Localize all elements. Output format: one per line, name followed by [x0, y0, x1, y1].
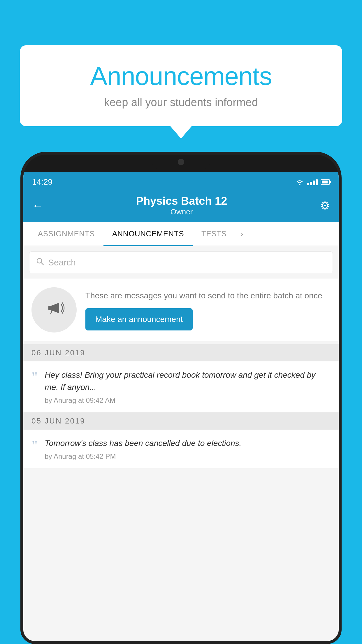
speech-bubble: Announcements keep all your students inf…	[20, 45, 342, 126]
promo-card: These are messages you want to send to t…	[23, 279, 339, 341]
app-header: ← Physics Batch 12 Owner ⚙	[23, 190, 339, 222]
back-button[interactable]: ←	[32, 200, 43, 212]
megaphone-icon	[43, 297, 65, 323]
settings-icon[interactable]: ⚙	[320, 199, 330, 212]
phone-camera	[178, 159, 184, 165]
header-title: Physics Batch 12 Owner	[136, 195, 227, 216]
promo-content: These are messages you want to send to t…	[85, 290, 331, 330]
announcement-item-2[interactable]: " Tomorrow's class has been cancelled du…	[23, 430, 339, 468]
phone-screen: 14:29	[23, 172, 339, 641]
tabs-bar: ASSIGNMENTS ANNOUNCEMENTS TESTS ›	[23, 222, 339, 246]
announcement-text-2: Tomorrow's class has been cancelled due …	[45, 437, 331, 449]
search-placeholder: Search	[48, 258, 76, 267]
quote-icon-1: "	[31, 370, 38, 385]
announcement-content-1: Hey class! Bring your practical record b…	[45, 369, 331, 405]
search-bar[interactable]: Search	[29, 251, 333, 273]
phone-mockup: 14:29	[20, 152, 342, 644]
svg-line-2	[41, 262, 43, 265]
promo-description: These are messages you want to send to t…	[85, 290, 331, 302]
wifi-icon	[295, 179, 304, 185]
tab-announcements[interactable]: ANNOUNCEMENTS	[103, 222, 193, 246]
svg-rect-3	[48, 306, 52, 310]
announcement-item-1[interactable]: " Hey class! Bring your practical record…	[23, 361, 339, 412]
announcements-title: Announcements	[37, 61, 325, 91]
tab-tests[interactable]: TESTS	[193, 222, 235, 246]
status-time: 14:29	[32, 177, 52, 187]
phone-notch	[152, 155, 210, 170]
date-divider-2: 05 JUN 2019	[23, 412, 339, 430]
promo-icon-circle	[31, 287, 77, 332]
speech-bubble-container: Announcements keep all your students inf…	[20, 45, 342, 126]
svg-point-0	[299, 184, 301, 186]
announcement-meta-1: by Anurag at 09:42 AM	[45, 396, 115, 404]
announcement-text-1: Hey class! Bring your practical record b…	[45, 369, 331, 393]
tab-assignments[interactable]: ASSIGNMENTS	[29, 222, 103, 246]
content-area: Search	[23, 246, 339, 641]
tab-more-icon[interactable]: ›	[235, 222, 248, 246]
make-announcement-button[interactable]: Make an announcement	[85, 308, 193, 330]
quote-icon-2: "	[31, 438, 38, 454]
date-divider-1: 06 JUN 2019	[23, 344, 339, 361]
battery-icon	[321, 179, 330, 185]
search-icon	[36, 257, 44, 268]
announcement-content-2: Tomorrow's class has been cancelled due …	[45, 437, 331, 461]
status-icons	[295, 179, 330, 185]
announcement-meta-2: by Anurag at 05:42 PM	[45, 452, 116, 460]
announcements-subtitle: keep all your students informed	[37, 96, 325, 109]
signal-bars-icon	[307, 179, 318, 185]
status-bar: 14:29	[23, 172, 339, 190]
batch-subtitle: Owner	[171, 207, 193, 216]
batch-title: Physics Batch 12	[136, 195, 227, 207]
